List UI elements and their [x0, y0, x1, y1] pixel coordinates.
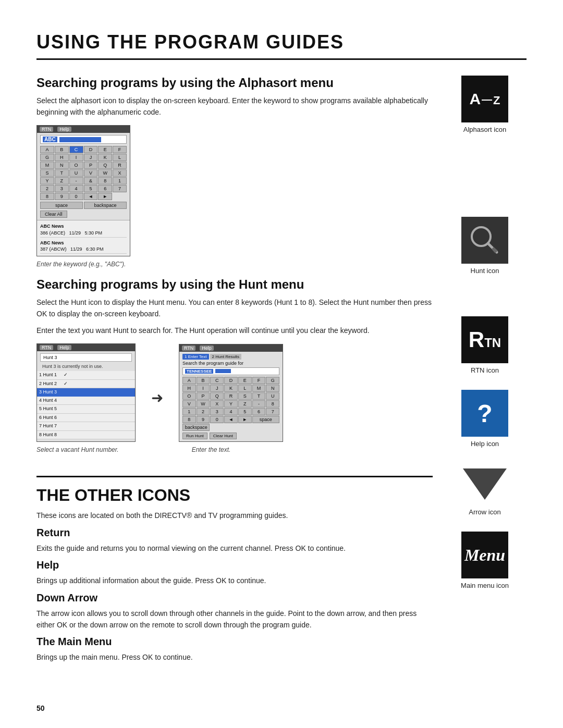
hunt-icon-block: Hunt icon	[461, 217, 508, 275]
icon-column: A — Z Alphasort icon Hunt icon	[443, 76, 527, 669]
page-number: 50	[36, 704, 45, 712]
page-title: USING THE PROGRAM GUIDES	[36, 31, 527, 60]
hunt-arrow-between: ➜	[146, 389, 168, 406]
hunt-caption-left: Select a vacant Hunt number.	[36, 445, 119, 455]
help-icon: ?	[461, 390, 508, 437]
hunt-caption-right: Enter the text.	[192, 445, 231, 455]
main-menu-body: Brings up the main menu. Press OK to con…	[36, 652, 433, 663]
hunt-icon	[461, 217, 508, 264]
menu-icon: Menu	[461, 532, 508, 578]
help-heading: Help	[36, 559, 433, 571]
hunt-icon-label: Hunt icon	[471, 267, 499, 275]
menu-icon-block: Menu Main menu icon	[461, 532, 509, 589]
hunt-screenshot-right: RTN Help 1 Enter Text 2 Hunt Results Sea…	[179, 344, 283, 442]
return-heading: Return	[36, 527, 433, 539]
down-arrow-body: The arrow icon allows you to scroll down…	[36, 608, 433, 631]
menu-icon-label: Main menu icon	[461, 582, 509, 589]
hunt-heading: Searching programs by using the Hunt men…	[36, 277, 433, 292]
down-arrow-heading: Down Arrow	[36, 592, 433, 604]
rtn-icon-label: RTN icon	[471, 366, 499, 374]
alphasort-icon-label: Alphasort icon	[463, 126, 506, 133]
alphasort-screenshot: RTN Help ABC ABCDEF GHIJKL MNOPQR STUVWX…	[36, 125, 130, 256]
rtn-icon: RTN	[461, 316, 508, 363]
arrow-icon-label: Arrow icon	[469, 508, 500, 516]
alphasort-body: Select the alphasort icon to display the…	[36, 95, 433, 118]
arrow-icon	[461, 463, 508, 505]
hunt-body1: Select the Hunt icon to display the Hunt…	[36, 297, 433, 319]
help-body: Brings up additional information about t…	[36, 575, 433, 587]
arrow-icon-block: Arrow icon	[461, 463, 508, 516]
main-menu-heading: The Main Menu	[36, 636, 433, 648]
other-icons-intro: These icons are located on both the DIRE…	[36, 510, 433, 522]
alphasort-icon: A — Z	[461, 76, 508, 122]
hunt-screenshot-left: RTN Help Hunt 3 Hunt 3 is currently not …	[36, 343, 136, 442]
other-icons-heading: THE OTHER ICONS	[36, 486, 433, 505]
hunt-body2: Enter the text you want Hunt to search f…	[36, 325, 433, 337]
alphasort-heading: Searching programs by using the Alphasor…	[36, 76, 433, 90]
help-icon-label: Help icon	[471, 440, 499, 448]
alphasort-icon-block: A — Z Alphasort icon	[461, 76, 508, 133]
help-icon-block: ? Help icon	[461, 390, 508, 448]
return-body: Exits the guide and returns you to norma…	[36, 543, 433, 554]
alphasort-caption: Enter the keyword (e.g., "ABC").	[36, 260, 433, 269]
section-divider	[36, 476, 433, 477]
rtn-icon-block: RTN RTN icon	[461, 316, 508, 374]
